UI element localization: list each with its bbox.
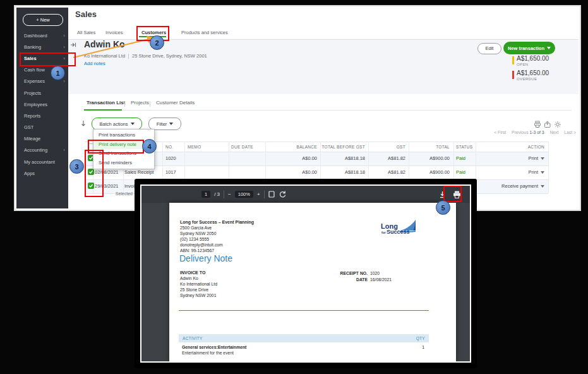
chevron-down-icon — [541, 157, 544, 160]
logo-text-success: Success — [387, 229, 410, 235]
rotate-icon[interactable] — [279, 191, 286, 198]
col-header-memo: MEMO — [188, 143, 201, 151]
sidebar-item-reports[interactable]: Reports — [24, 110, 65, 121]
doc-company-address2: Sydney NSW 2050 — [180, 231, 254, 236]
doc-invoice-to-label: INVOICE TO — [180, 270, 217, 275]
col-header-no: NO. — [165, 143, 173, 151]
col-header-gst: GST — [374, 143, 405, 151]
pdf-viewer-window: 1 / 3 − 100% + Long for Su — [135, 179, 477, 368]
export-icon[interactable] — [544, 121, 551, 128]
sidebar-item-accounting[interactable]: Accounting› — [24, 145, 65, 156]
tab-all-sales[interactable]: All Sales — [77, 30, 95, 35]
tab-projects[interactable]: Projects — [131, 100, 149, 106]
chevron-down-icon — [541, 185, 544, 188]
sidebar-item-projects[interactable]: Projects — [24, 87, 65, 99]
pagination-next[interactable]: Next — [549, 130, 558, 135]
pagination-first[interactable]: < First — [494, 130, 506, 135]
highlight-box-print-icon — [443, 186, 462, 202]
pdf-toolbar: 1 / 3 − 100% + — [141, 186, 470, 203]
edit-button[interactable]: Edit — [477, 43, 501, 54]
doc-items-header: ACTIVITY QTY — [179, 334, 429, 342]
doc-item-qty: 1 — [403, 345, 424, 349]
doc-divider-line — [179, 310, 429, 311]
cell-total-before-gst: A$818.18 — [321, 166, 365, 179]
menu-item-print-transactions[interactable]: Print transactions — [93, 131, 154, 140]
logo-text-for: for — [381, 231, 386, 234]
tab-products-services[interactable]: Products and services — [181, 30, 228, 35]
sidebar-item-mileage[interactable]: Mileage — [24, 133, 65, 145]
customer-name: Adwin Ko — [84, 39, 125, 49]
new-transaction-button[interactable]: New transaction — [503, 42, 555, 54]
sidebar: + New Dashboard› Banking› Sales› Cash fl… — [16, 8, 68, 208]
collapse-panel-icon[interactable] — [70, 42, 76, 48]
callout-step-1: 1 — [51, 66, 65, 80]
screenshot-canvas: + New Dashboard› Banking› Sales› Cash fl… — [0, 0, 588, 374]
pagination-last[interactable]: Last > — [564, 130, 576, 135]
open-indicator-bar — [512, 56, 514, 64]
doc-activity-header: ACTIVITY — [183, 334, 203, 342]
zoom-out-button[interactable]: − — [228, 191, 231, 197]
doc-title: Delivery Note — [179, 253, 232, 263]
cell-total: A$900.00 — [408, 166, 450, 179]
doc-invoice-to-line: Ko International Ltd — [180, 281, 217, 287]
zoom-in-button[interactable]: + — [257, 191, 260, 197]
col-header-status: STATUS — [456, 143, 472, 151]
callout-step-4: 4 — [142, 139, 157, 154]
tab-customer-details[interactable]: Customer Details — [156, 100, 195, 106]
highlight-box-sales — [20, 52, 76, 66]
tab-transaction-list[interactable]: Transaction List — [87, 100, 125, 106]
col-header-total: TOTAL — [412, 143, 450, 151]
col-header-due-date: DUE DATE — [231, 143, 253, 151]
highlight-box-print-delivery-note — [88, 140, 144, 154]
zoom-level: 100% — [235, 191, 253, 198]
sort-icon[interactable] — [80, 120, 87, 128]
customer-company: Ko International Ltd — [84, 53, 125, 59]
doc-company-abn: ABN: 99-1234567 — [180, 248, 254, 253]
row-action-print[interactable]: Print — [477, 152, 544, 166]
chevron-right-icon: › — [63, 78, 65, 84]
sidebar-item-dashboard[interactable]: Dashboard› — [24, 30, 65, 41]
page-count: / 3 — [214, 191, 220, 197]
add-notes-link[interactable]: Add notes — [84, 61, 105, 66]
doc-receipt-no-value: 1020 — [370, 270, 398, 277]
new-button[interactable]: + New — [23, 14, 63, 26]
pdf-page: Long for Success – Event Planning 2500 G… — [169, 203, 456, 361]
customer-meta: Ko International Ltd 25 Stone Drive, Syd… — [84, 53, 207, 59]
doc-invoice-to-line: Sydney NSW 2001 — [180, 293, 217, 298]
row-action-receive-payment[interactable]: Receive payment — [477, 179, 544, 193]
doc-company-email: donotreply@intuit.com — [180, 242, 254, 248]
doc-company-block: Long for Success – Event Planning 2500 G… — [180, 219, 254, 253]
pagination-range: 1-3 of 3 — [529, 130, 544, 135]
chevron-down-icon — [131, 123, 135, 125]
doc-invoice-to-line: Adwin Ko — [180, 275, 217, 281]
meta-divider — [128, 54, 129, 59]
gear-icon[interactable] — [554, 121, 561, 128]
tab-invoices[interactable]: Invoices — [105, 30, 123, 35]
status-badge: Paid — [456, 166, 476, 179]
chevron-right-icon: › — [63, 147, 65, 153]
page-title: Sales — [75, 9, 97, 19]
sidebar-item-employees[interactable]: Employees — [24, 99, 65, 110]
tabs-baseline — [84, 110, 572, 111]
cell-total: A$900.00 — [408, 152, 450, 166]
tab-divider — [150, 101, 150, 107]
filter-button[interactable]: Filter — [148, 118, 181, 130]
fit-page-icon[interactable] — [268, 191, 275, 198]
cell-gst: A$81.82 — [370, 152, 405, 166]
sidebar-item-apps[interactable]: Apps — [24, 167, 65, 179]
row-action-print[interactable]: Print — [477, 166, 544, 179]
batch-actions-button[interactable]: Batch actions — [92, 118, 142, 130]
sidebar-item-banking[interactable]: Banking› — [24, 41, 65, 52]
print-list-icon[interactable] — [534, 121, 541, 128]
sidebar-item-my-accountant[interactable]: My accountant — [24, 156, 65, 167]
cell-no: 1017 — [165, 166, 184, 179]
callout-step-2: 2 — [150, 35, 164, 50]
doc-company-name: Long for Success – Event Planning — [180, 219, 254, 225]
col-header-action: ACTION — [480, 143, 544, 151]
pagination-previous[interactable]: Previous — [512, 130, 528, 135]
doc-invoice-to-block: INVOICE TO Adwin Ko Ko International Ltd… — [180, 270, 217, 298]
doc-receipt-block: RECEIPT NO.1020 DATE16/08/2021 — [315, 270, 398, 282]
page-number-input[interactable]: 1 — [201, 191, 210, 198]
col-header-total-before-gst: TOTAL BEFORE GST — [309, 143, 365, 151]
sidebar-item-gst[interactable]: GST — [24, 122, 65, 133]
